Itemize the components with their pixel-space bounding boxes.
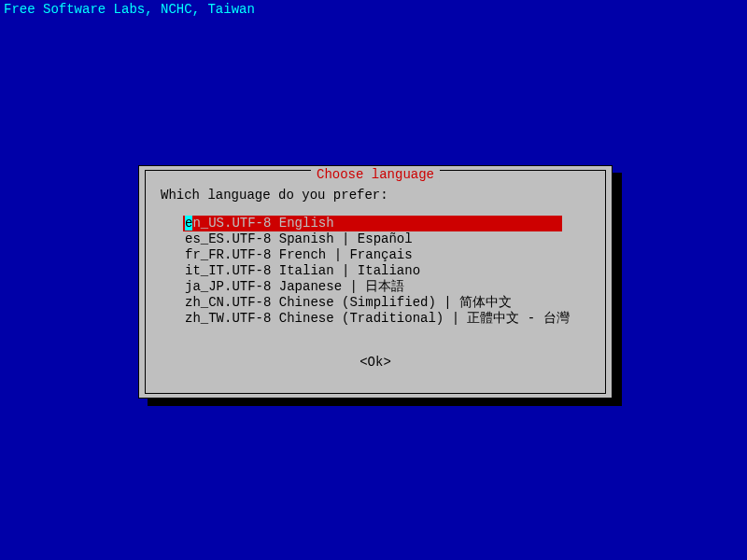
list-item[interactable]: ja_JP.UTF-8 Japanese | 日本語 xyxy=(183,279,568,295)
header-text: Free Software Labs, NCHC, Taiwan xyxy=(0,0,747,19)
dialog-title: Choose language xyxy=(311,167,440,182)
list-item[interactable]: es_ES.UTF-8 Spanish | Español xyxy=(183,231,568,247)
list-item[interactable]: en_US.UTF-8 English xyxy=(183,216,562,231)
language-list: en_US.UTF-8 English es_ES.UTF-8 Spanish … xyxy=(183,216,568,327)
list-item-label: n_US.UTF-8 English xyxy=(192,216,333,231)
dialog-border: Choose language Which language do you pr… xyxy=(145,170,606,394)
list-item[interactable]: it_IT.UTF-8 Italian | Italiano xyxy=(183,263,568,279)
ok-button[interactable]: <Ok> xyxy=(359,355,391,370)
button-row: <Ok> xyxy=(146,355,605,370)
language-dialog: Choose language Which language do you pr… xyxy=(138,165,613,399)
list-item[interactable]: fr_FR.UTF-8 French | Français xyxy=(183,247,568,263)
dialog-prompt: Which language do you prefer: xyxy=(161,188,388,203)
list-item[interactable]: zh_CN.UTF-8 Chinese (Simplified) | 简体中文 xyxy=(183,295,568,311)
list-item[interactable]: zh_TW.UTF-8 Chinese (Traditional) | 正體中文… xyxy=(183,311,568,327)
